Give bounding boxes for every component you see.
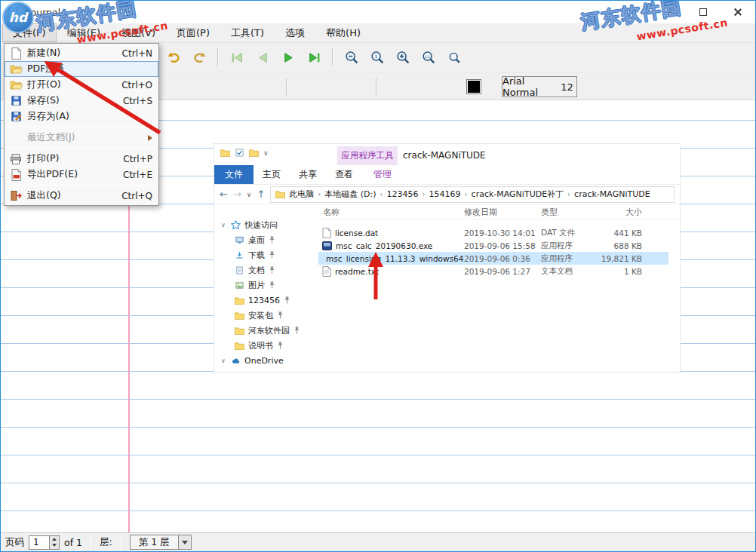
sidebar-quick-access[interactable]: ∨快速访问 <box>214 217 318 232</box>
tab-view[interactable]: 查看 <box>326 165 362 184</box>
column-size[interactable]: 大小 <box>588 207 647 218</box>
column-name[interactable]: 名称 <box>318 207 464 218</box>
menu-item-shortcut: Ctrl+S <box>123 96 152 106</box>
zoom-out-button[interactable] <box>340 46 363 69</box>
breadcrumb-154169[interactable]: 154169 <box>429 189 461 199</box>
sidebar-folder-manual[interactable]: 说明书 <box>214 338 318 353</box>
menu-page[interactable]: 页面(P) <box>166 23 220 42</box>
menu-tools[interactable]: 工具(T) <box>220 23 275 42</box>
menu-item-label: 最近文档(J) <box>27 131 148 144</box>
prev-page-button[interactable] <box>251 46 274 69</box>
sidebar-downloads[interactable]: 下载 <box>214 247 318 262</box>
menu-item-save[interactable]: 保存(S) Ctrl+S <box>5 93 158 109</box>
sidebar-pictures[interactable]: 图片 <box>214 278 318 293</box>
menu-item-save-as[interactable]: 另存为(A) <box>5 109 158 124</box>
next-page-button[interactable] <box>277 46 300 69</box>
layer-dropdown[interactable]: 第 1 层 <box>130 535 192 550</box>
sidebar-desktop[interactable]: 桌面 <box>214 232 318 247</box>
file-size: 441 KB <box>588 228 647 238</box>
dropdown-arrow-button[interactable] <box>178 535 191 549</box>
menu-item-shortcut: Ctrl+Q <box>121 191 152 201</box>
page-down-button[interactable] <box>50 542 59 549</box>
zoom-fit-button[interactable]: 1:1 <box>417 46 440 69</box>
menu-item-label: 新建(N) <box>27 47 122 60</box>
sidebar-item-label: 下载 <box>248 250 265 261</box>
undo-button[interactable] <box>162 46 185 69</box>
font-name-button[interactable]: Arial Normal <box>502 76 558 97</box>
zoom-select-button[interactable] <box>443 46 466 69</box>
breadcrumb-123456[interactable]: 123456 <box>387 189 419 199</box>
close-button[interactable] <box>721 1 755 23</box>
sidebar-item-label: 说明书 <box>248 340 273 351</box>
back-icon[interactable]: ← <box>220 189 228 200</box>
menu-item-recent-documents[interactable]: 最近文档(J) <box>5 130 158 146</box>
layer-label: 层: <box>100 536 112 549</box>
forward-icon[interactable]: → <box>233 189 241 200</box>
chevron-down-icon[interactable]: ∨ <box>263 149 269 157</box>
txt-icon <box>322 266 331 277</box>
file-row-msc-calc[interactable]: msc_calc_20190630.exe 2019-09-06 15:58 应… <box>318 239 668 252</box>
breadcrumb-this-pc[interactable]: 此电脑 <box>289 189 314 200</box>
menu-item-open[interactable]: 打开(O) Ctrl+O <box>5 77 158 93</box>
menu-item-export-pdf[interactable]: 导出PDF(E) Ctrl+E <box>5 167 158 182</box>
menu-options[interactable]: 选项 <box>275 23 315 42</box>
menu-item-new[interactable]: 新建(N) Ctrl+N <box>5 45 158 61</box>
expander-icon[interactable]: ∨ <box>221 222 227 228</box>
menu-item-print[interactable]: 打印(P) Ctrl+P <box>5 151 158 167</box>
maximize-button[interactable] <box>686 1 721 23</box>
sidebar-folder-hedong[interactable]: 河东软件园 <box>214 323 318 338</box>
save-as-icon <box>9 111 23 123</box>
up-icon[interactable]: ↑ <box>257 189 265 200</box>
sidebar-folder-123456[interactable]: 123456 <box>214 293 318 308</box>
sidebar-folder-installers[interactable]: 安装包 <box>214 308 318 323</box>
breadcrumb-separator: › <box>380 190 383 198</box>
toolbar-separator <box>286 78 287 96</box>
menu-item-label: 打印(P) <box>27 152 123 165</box>
breadcrumb-current-folder[interactable]: crack-MAGNiTUDE <box>574 189 650 199</box>
sidebar-onedrive[interactable]: ∨OneDrive <box>214 353 318 368</box>
tab-share[interactable]: 共享 <box>290 165 326 184</box>
file-row-msc-licensing-selected[interactable]: msc_licensing_11.13.3_windows64.exe 2019… <box>318 252 668 265</box>
breadcrumb-drive-d[interactable]: 本地磁盘 (D:) <box>324 189 376 200</box>
zoom-100-button[interactable]: 1 <box>366 46 389 69</box>
checkbox-icon[interactable] <box>235 149 244 157</box>
file-type: 应用程序 <box>541 241 588 251</box>
folder-icon[interactable] <box>249 149 259 157</box>
redo-button[interactable] <box>188 46 211 69</box>
zoom-in-button[interactable] <box>392 46 414 69</box>
expander-icon[interactable]: ∨ <box>221 357 227 364</box>
tab-file[interactable]: 文件 <box>214 165 254 184</box>
history-chevron-icon[interactable]: ∨ <box>247 191 252 198</box>
page-number-spinner[interactable]: 1 <box>29 535 60 550</box>
menu-edit[interactable]: 编辑(E) <box>57 23 111 42</box>
column-date-modified[interactable]: 修改日期 <box>464 207 541 218</box>
statusbar: 页码 1 of 1 层: 第 1 层 <box>1 532 755 551</box>
current-color-swatch[interactable] <box>466 79 481 94</box>
minimize-icon <box>665 12 673 13</box>
file-row-license-dat[interactable]: license.dat 2019-10-30 14:01 DAT 文件 441 … <box>318 226 668 239</box>
tab-manage[interactable]: 管理 <box>364 165 401 184</box>
menu-view[interactable]: 视图(V) <box>111 23 166 42</box>
last-page-button[interactable] <box>303 46 325 69</box>
menu-item-pdf-annotate[interactable]: PDF注释 <box>5 61 158 77</box>
column-type[interactable]: 类型 <box>541 207 588 218</box>
sidebar-documents[interactable]: 文档 <box>214 262 318 278</box>
menu-help[interactable]: 帮助(H) <box>315 23 371 42</box>
file-name: msc_licensing_11.13.3_windows64.exe <box>326 254 464 263</box>
down-arrow-icon <box>52 544 57 547</box>
file-row-readme-txt[interactable]: readme.txt 2019-09-06 1:27 文本文档 1 KB <box>318 265 668 278</box>
breadcrumb-patch-folder[interactable]: crack-MAGNiTUDE补丁 <box>472 189 564 200</box>
file-type: DAT 文件 <box>541 228 588 238</box>
window-title: Xournal <box>24 7 60 18</box>
font-size-button[interactable]: 12 <box>558 76 577 97</box>
first-page-button[interactable] <box>226 46 248 69</box>
menu-file[interactable]: 文件(F) <box>2 23 57 42</box>
explorer-file-list: 名称 修改日期 类型 大小 license.dat 2019-10-30 14:… <box>318 204 680 372</box>
tab-home[interactable]: 主页 <box>254 165 290 184</box>
page-up-button[interactable] <box>50 536 59 543</box>
explorer-ribbon-top: ∨ 应用程序工具 crack-MAGNiTUDE <box>214 144 680 165</box>
address-bar[interactable]: 此电脑› 本地磁盘 (D:)› 123456› 154169› crack-MA… <box>270 186 675 203</box>
folder-icon[interactable] <box>220 149 230 157</box>
minimize-button[interactable] <box>651 1 686 23</box>
menu-item-quit[interactable]: 退出(Q) Ctrl+Q <box>5 188 158 204</box>
